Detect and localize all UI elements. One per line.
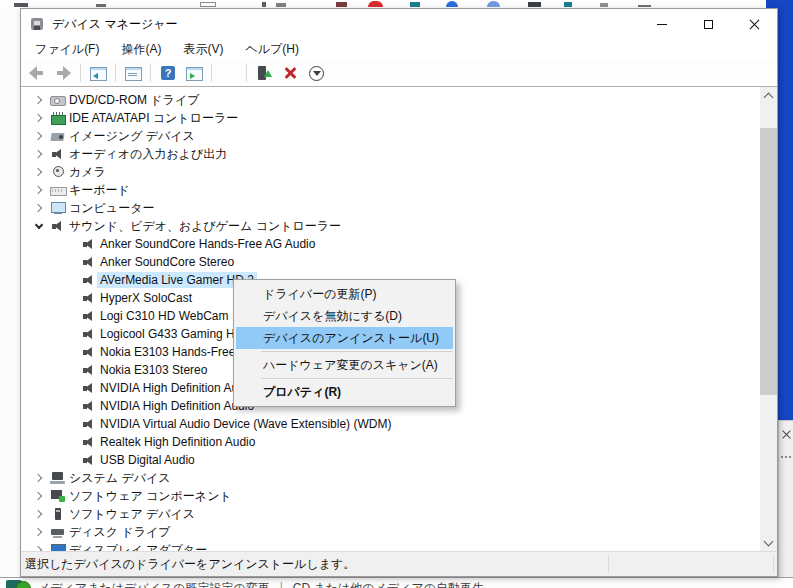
- menubar-item[interactable]: ファイル(F): [24, 39, 110, 60]
- context-menu-item[interactable]: ハードウェア変更のスキャン(A): [236, 354, 453, 376]
- status-divider: [608, 555, 609, 573]
- tree-item[interactable]: IDE ATA/ATAPI コントローラー: [21, 109, 760, 127]
- tree-item[interactable]: USB Digital Audio: [21, 451, 760, 469]
- disable-device-button[interactable]: [305, 62, 327, 84]
- tree-item-label: NVIDIA Virtual Audio Device (Wave Extens…: [97, 416, 394, 432]
- background-icon: [446, 1, 458, 7]
- chevron-right-icon[interactable]: [31, 511, 47, 517]
- maximize-button[interactable]: [685, 9, 731, 39]
- properties-icon: [125, 65, 141, 81]
- audio-device-icon: [81, 237, 97, 251]
- tree-item-label: DVD/CD-ROM ドライブ: [66, 91, 202, 110]
- tree-item[interactable]: Realtek High Definition Audio: [21, 433, 760, 451]
- chevron-right-icon[interactable]: [31, 169, 47, 175]
- chevron-right-icon[interactable]: [31, 205, 47, 211]
- audio-device-icon: [81, 345, 97, 359]
- display-adapter-icon: [50, 543, 66, 551]
- disable-device-icon: [308, 65, 324, 81]
- action-pane-button[interactable]: [183, 62, 205, 84]
- audio-device-icon: [81, 399, 97, 413]
- context-menu: ドライバーの更新(P)デバイスを無効にする(D)デバイスのアンインストール(U)…: [233, 279, 456, 407]
- forward-button[interactable]: [52, 62, 74, 84]
- vertical-scrollbar[interactable]: [760, 87, 777, 551]
- tree-item[interactable]: コンピューター: [21, 199, 760, 217]
- uninstall-device-button[interactable]: [279, 62, 301, 84]
- help-icon: [160, 65, 176, 81]
- context-menu-item[interactable]: ドライバーの更新(P): [236, 283, 453, 305]
- show-console-tree-button[interactable]: [87, 62, 109, 84]
- scroll-up-button[interactable]: [760, 87, 777, 104]
- background-window-edge[interactable]: [778, 420, 793, 577]
- background-autoplay-window[interactable]: メディアまたはデバイスの既定設定の変更 | CD または他のメディアの自動再生: [0, 577, 793, 588]
- chevron-right-icon[interactable]: [31, 493, 47, 499]
- menubar-item[interactable]: ヘルプ(H): [234, 39, 310, 60]
- tree-item[interactable]: ソフトウェア デバイス: [21, 505, 760, 523]
- tree-item[interactable]: キーボード: [21, 181, 760, 199]
- toolbar: [21, 59, 777, 87]
- status-bar: 選択したデバイスのドライバーをアンインストールします。: [21, 551, 777, 576]
- chevron-down-icon[interactable]: [31, 224, 47, 228]
- tree-item[interactable]: オーディオの入力および出力: [21, 145, 760, 163]
- tree-item-label: USB Digital Audio: [97, 452, 198, 468]
- back-button[interactable]: [26, 62, 48, 84]
- audio-device-icon: [81, 327, 97, 341]
- audio-device-icon: [81, 273, 97, 287]
- chevron-right-icon[interactable]: [31, 115, 47, 121]
- chevron-up-icon: [764, 93, 774, 103]
- keyboard-icon: [50, 183, 66, 197]
- background-icon: [262, 2, 266, 7]
- maximize-icon: [704, 20, 713, 29]
- chevron-right-icon[interactable]: [31, 529, 47, 535]
- chevron-right-icon[interactable]: [31, 475, 47, 481]
- context-menu-item[interactable]: デバイスのアンインストール(U): [236, 327, 453, 349]
- help-button[interactable]: [157, 62, 179, 84]
- screen: メディアまたはデバイスの既定設定の変更 | CD または他のメディアの自動再生 …: [0, 0, 793, 588]
- show-console-tree-icon: [90, 65, 106, 81]
- background-icon: [600, 3, 608, 7]
- chevron-right-icon[interactable]: [31, 151, 47, 157]
- update-driver-button[interactable]: [253, 62, 275, 84]
- minimize-icon: [657, 24, 667, 25]
- dvd-drive-icon: [50, 93, 66, 107]
- close-icon: [749, 19, 759, 29]
- close-button[interactable]: [731, 9, 777, 39]
- tree-item[interactable]: DVD/CD-ROM ドライブ: [21, 91, 760, 109]
- menu-separator: [261, 378, 453, 379]
- context-menu-item[interactable]: デバイスを無効にする(D): [236, 305, 453, 327]
- status-divider: [773, 555, 774, 573]
- tree-item[interactable]: Anker SoundCore Hands-Free AG Audio: [21, 235, 760, 253]
- sound-controller-icon: [50, 219, 66, 233]
- back-icon: [29, 65, 45, 81]
- chevron-right-icon[interactable]: [31, 187, 47, 193]
- context-menu-item[interactable]: プロパティ(R): [236, 381, 453, 403]
- tree-item[interactable]: カメラ: [21, 163, 760, 181]
- minimize-button[interactable]: [639, 9, 685, 39]
- tree-item[interactable]: サウンド、ビデオ、およびゲーム コントローラー: [21, 217, 760, 235]
- tree-item[interactable]: NVIDIA Virtual Audio Device (Wave Extens…: [21, 415, 760, 433]
- software-device-icon: [50, 507, 66, 521]
- background-icon: [410, 2, 420, 7]
- properties-button[interactable]: [122, 62, 144, 84]
- background-icon: [276, 3, 286, 7]
- tree-item-label: キーボード: [66, 181, 133, 200]
- tree-item[interactable]: システム デバイス: [21, 469, 760, 487]
- background-app-top-strip: [0, 0, 766, 8]
- tree-item[interactable]: Anker SoundCore Stereo: [21, 253, 760, 271]
- menubar-item[interactable]: 操作(A): [110, 39, 172, 60]
- tree-item-label: Logi C310 HD WebCam: [97, 308, 232, 324]
- scan-hardware-changes-button[interactable]: [218, 62, 240, 84]
- scrollbar-thumb[interactable]: [760, 128, 777, 395]
- tree-item-label: Nokia E3103 Stereo: [97, 362, 210, 378]
- tree-item[interactable]: イメージング デバイス: [21, 127, 760, 145]
- chevron-right-icon[interactable]: [31, 133, 47, 139]
- tree-item[interactable]: ディスク ドライブ: [21, 523, 760, 541]
- autoplay-option-right: CD または他のメディアの自動再生: [293, 578, 484, 588]
- title-bar: デバイス マネージャー: [21, 9, 777, 39]
- scroll-down-button[interactable]: [760, 534, 777, 551]
- audio-inputs-outputs-icon: [50, 147, 66, 161]
- tree-item[interactable]: ソフトウェア コンポーネント: [21, 487, 760, 505]
- tree-item[interactable]: ディスプレイ アダプター: [21, 541, 760, 551]
- chevron-right-icon[interactable]: [31, 97, 47, 103]
- background-icon: [96, 4, 106, 7]
- menubar-item[interactable]: 表示(V): [172, 39, 234, 60]
